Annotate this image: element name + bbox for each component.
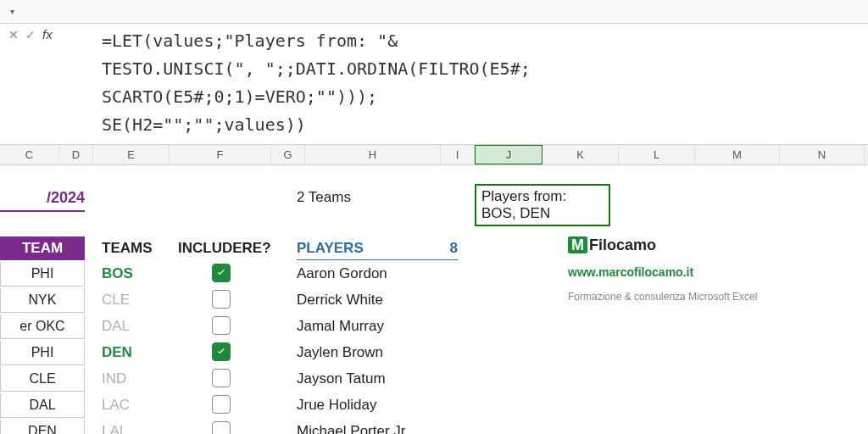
col-header-n[interactable]: N xyxy=(780,145,865,164)
include-checkbox[interactable] xyxy=(212,316,231,335)
filter-team: LAL xyxy=(102,423,127,434)
col-header-h[interactable]: H xyxy=(305,145,441,164)
brand-sub: Formazione & consulenza Microsoft Excel xyxy=(568,291,757,303)
filter-team: CLE xyxy=(102,292,130,309)
players-count: 8 xyxy=(450,240,458,257)
brand-m-icon: M xyxy=(568,236,587,253)
player-cell: Michael Porter Jr. xyxy=(297,423,409,434)
team-cell: DAL xyxy=(0,393,85,418)
filter-team: DEN xyxy=(102,344,132,361)
brand-url[interactable]: www.marcofilocamo.it xyxy=(568,265,693,279)
team-cell: CLE xyxy=(0,367,85,392)
include-checkbox[interactable] xyxy=(212,342,231,361)
filter-team: LAC xyxy=(102,397,130,414)
sheet-grid[interactable]: /2024 2 Teams Players from: BOS, DEN TEA… xyxy=(0,165,868,434)
row-dropdown-icon[interactable]: ▾ xyxy=(3,3,20,20)
accept-icon[interactable]: ✓ xyxy=(25,28,36,42)
filter-team: BOS xyxy=(102,265,133,282)
filter-team: IND xyxy=(102,370,126,387)
selected-cell[interactable]: Players from: BOS, DEN xyxy=(475,184,610,226)
team-cell: NYK xyxy=(0,288,85,313)
filter-team: DAL xyxy=(102,318,130,335)
include-header: INCLUDERE? xyxy=(178,240,271,257)
player-cell: Jayson Tatum xyxy=(297,370,386,387)
top-toolbar: ▾ xyxy=(0,0,868,24)
col-header-d[interactable]: D xyxy=(59,145,93,164)
col-header-m[interactable]: M xyxy=(695,145,780,164)
team-header: TEAM xyxy=(0,236,85,260)
col-header-l[interactable]: L xyxy=(619,145,695,164)
team-cell: DEN xyxy=(0,420,85,434)
team-cell: PHI xyxy=(0,341,85,365)
date-cell: /2024 xyxy=(0,189,85,212)
col-header-i[interactable]: I xyxy=(441,145,475,164)
include-checkbox[interactable] xyxy=(212,290,231,309)
team-cell: er OKC xyxy=(0,314,85,339)
player-cell: Derrick White xyxy=(297,292,383,309)
include-checkbox[interactable] xyxy=(212,421,231,434)
col-header-g[interactable]: G xyxy=(271,145,305,164)
player-cell: Jrue Holiday xyxy=(297,397,377,414)
fx-icon[interactable]: fx xyxy=(42,27,53,42)
col-header-e[interactable]: E xyxy=(93,145,170,164)
teams-filter-header: TEAMS xyxy=(102,240,153,257)
teams-count-cell: 2 Teams xyxy=(297,189,351,206)
player-cell: Jamal Murray xyxy=(297,318,384,335)
player-cell: Jaylen Brown xyxy=(297,344,383,361)
formula-input[interactable]: =LET(values;"Players from: "& TESTO.UNIS… xyxy=(102,27,541,139)
col-header-j[interactable]: J xyxy=(475,145,542,164)
include-checkbox[interactable] xyxy=(212,369,231,387)
col-header-c[interactable]: C xyxy=(0,145,59,164)
player-cell: Aaron Gordon xyxy=(297,265,387,282)
cancel-icon[interactable]: ✕ xyxy=(8,28,19,42)
col-header-k[interactable]: K xyxy=(542,145,619,164)
col-header-f[interactable]: F xyxy=(170,145,271,164)
include-checkbox[interactable] xyxy=(212,395,231,414)
players-header: PLAYERS xyxy=(297,240,364,257)
include-checkbox[interactable] xyxy=(212,264,231,282)
brand-name: Filocamo xyxy=(589,236,656,253)
formula-bar: ✕ ✓ fx =LET(values;"Players from: "& TES… xyxy=(0,24,868,145)
column-headers-row: C D E F G H I J K L M N xyxy=(0,145,868,165)
team-cell: PHI xyxy=(0,262,85,287)
brand-logo: MFilocamo xyxy=(568,236,656,254)
